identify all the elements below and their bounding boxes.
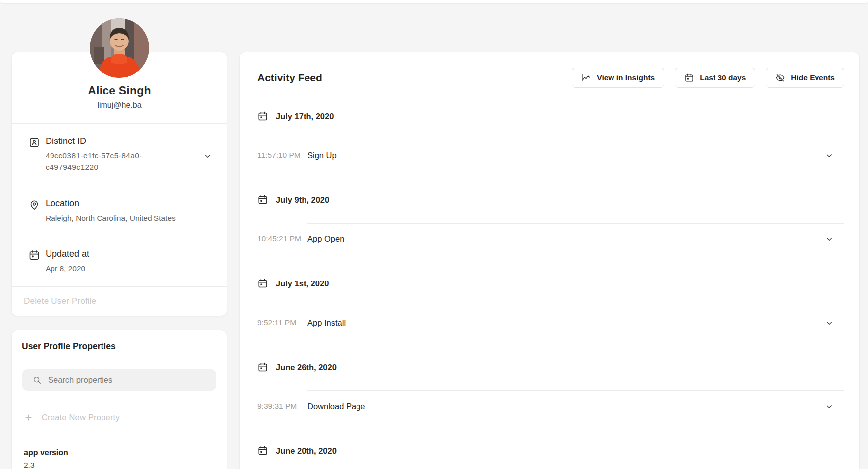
event-name: Sign Up	[307, 151, 337, 160]
date-header: July 17th, 2020	[257, 110, 844, 122]
event-time: 9:39:31 PM	[257, 390, 307, 422]
search-icon	[32, 375, 42, 385]
feed-date-group: July 9th, 202010:45:21 PMApp Open	[257, 194, 844, 255]
profile-card: Alice Singh limuj@he.ba Distinct ID49cc0…	[11, 52, 227, 316]
field-value: Raleigh, North Carolina, United States	[46, 212, 176, 224]
field-value: 49cc0381-e1fc-57c5-84a0-c497949c1220	[46, 150, 153, 173]
id-card-icon	[28, 137, 40, 148]
event-row: 11:57:10 PMSign Up	[257, 140, 844, 171]
date-label: June 26th, 2020	[276, 363, 337, 372]
field-label: Distinct ID	[46, 136, 153, 146]
field-text: Distinct ID49cc0381-e1fc-57c5-84a0-c4979…	[46, 136, 153, 173]
chevron-down-icon[interactable]	[825, 319, 833, 327]
profile-email: limuj@he.ba	[22, 101, 217, 110]
properties-search-section	[12, 362, 227, 399]
activity-feed-card: Activity Feed View in InsightsLast 30 da…	[239, 52, 860, 469]
date-header: July 9th, 2020	[257, 194, 844, 206]
profile-field-location: LocationRaleigh, North Carolina, United …	[12, 186, 227, 236]
event-name: Download Page	[307, 402, 365, 411]
event-expand-row[interactable]: App Open	[307, 223, 844, 255]
create-new-property-button[interactable]: Create New Property	[12, 399, 227, 433]
properties-title: User Profile Properties	[12, 330, 227, 362]
activity-feed-header: Activity Feed View in InsightsLast 30 da…	[257, 52, 844, 88]
profile-field-distinct-id: Distinct ID49cc0381-e1fc-57c5-84a0-c4979…	[12, 123, 227, 186]
feed-actions: View in InsightsLast 30 daysHide Events	[572, 68, 844, 88]
date-header: June 26th, 2020	[257, 361, 844, 373]
feed-date-group: June 20th, 2020	[257, 445, 844, 469]
chevron-down-icon[interactable]	[825, 235, 833, 243]
button-label: Hide Events	[791, 73, 835, 82]
event-row: 10:45:21 PMApp Open	[257, 223, 844, 255]
calendar-icon	[257, 445, 268, 456]
button-label: Last 30 days	[700, 73, 746, 82]
property-value: 2.3	[24, 461, 215, 469]
date-label: July 17th, 2020	[276, 112, 334, 121]
last-30-days-button[interactable]: Last 30 days	[675, 68, 755, 88]
calendar-icon	[257, 278, 268, 289]
line-chart-icon	[581, 73, 591, 83]
avatar	[90, 18, 149, 78]
event-row: 9:39:31 PMDownload Page	[257, 390, 844, 422]
search-properties-box[interactable]	[22, 369, 216, 391]
view-in-insights-button[interactable]: View in Insights	[572, 68, 664, 88]
user-profile-properties-card: User Profile Properties Create New Prope…	[11, 330, 227, 469]
activity-feed-title: Activity Feed	[257, 72, 322, 84]
calendar-icon	[257, 111, 268, 122]
event-time: 10:45:21 PM	[257, 223, 307, 255]
field-text: LocationRaleigh, North Carolina, United …	[46, 198, 176, 224]
date-label: July 1st, 2020	[276, 279, 329, 288]
hide-events-button[interactable]: Hide Events	[766, 68, 844, 88]
event-name: App Install	[307, 318, 346, 328]
event-expand-row[interactable]: Download Page	[307, 390, 844, 422]
calendar-icon	[684, 73, 694, 83]
feed-date-group: July 17th, 202011:57:10 PMSign Up	[257, 110, 844, 171]
field-value: Apr 8, 2020	[46, 263, 89, 274]
event-time: 11:57:10 PM	[257, 140, 307, 171]
calendar-icon	[257, 362, 268, 373]
event-expand-row[interactable]: App Install	[307, 307, 844, 338]
event-name: App Open	[307, 234, 344, 244]
event-time: 9:52:11 PM	[257, 307, 307, 338]
field-label: Location	[46, 198, 176, 209]
calendar-icon	[257, 194, 268, 205]
profile-sidebar: Alice Singh limuj@he.ba Distinct ID49cc0…	[11, 52, 227, 469]
top-bar	[0, 0, 868, 3]
date-header: June 20th, 2020	[257, 445, 844, 457]
calendar-icon	[28, 249, 40, 261]
eye-off-icon	[775, 73, 785, 83]
event-row: 9:52:11 PMApp Install	[257, 307, 844, 338]
delete-user-profile-button[interactable]: Delete User Profile	[12, 286, 227, 316]
search-properties-input[interactable]	[48, 375, 209, 385]
date-label: June 20th, 2020	[276, 446, 337, 456]
chevron-down-icon[interactable]	[825, 152, 833, 160]
property-list-item[interactable]: app version2.3	[12, 433, 227, 469]
location-pin-icon	[28, 199, 40, 211]
event-expand-row[interactable]: Sign Up	[307, 140, 844, 171]
profile-field-updated-at: Updated atApr 8, 2020	[12, 236, 227, 286]
create-new-property-label: Create New Property	[42, 413, 120, 422]
date-label: July 9th, 2020	[276, 195, 329, 205]
feed-date-group: June 26th, 20209:39:31 PMDownload Page	[257, 361, 844, 422]
chevron-down-icon[interactable]	[825, 403, 833, 411]
field-label: Updated at	[46, 249, 89, 259]
chevron-down-icon[interactable]	[204, 152, 212, 160]
plus-icon	[24, 413, 33, 422]
property-name: app version	[24, 448, 215, 457]
date-header: July 1st, 2020	[257, 278, 844, 289]
button-label: View in Insights	[597, 73, 655, 82]
feed-date-group: July 1st, 20209:52:11 PMApp Install	[257, 278, 844, 338]
profile-name: Alice Singh	[22, 84, 217, 97]
field-text: Updated atApr 8, 2020	[46, 249, 89, 274]
